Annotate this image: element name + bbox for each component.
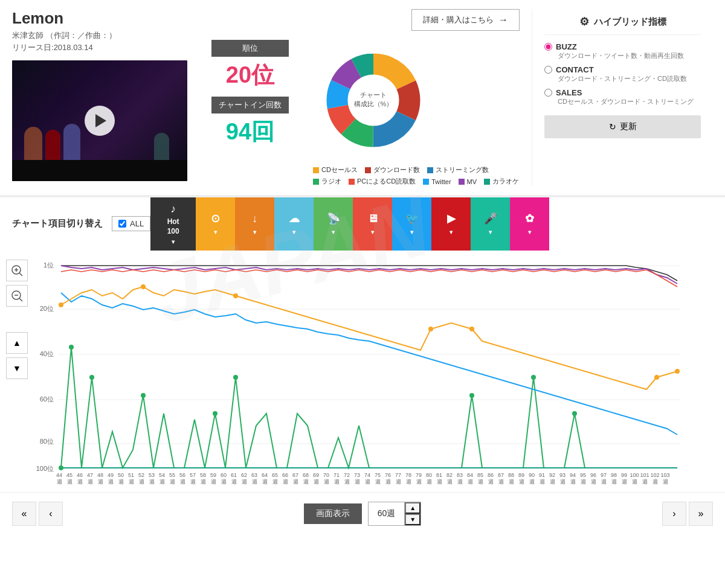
svg-text:67: 67 [292, 472, 298, 478]
scroll-up-button[interactable]: ▲ [6, 332, 28, 354]
orange-dot [141, 284, 146, 289]
next-page-button[interactable]: › [662, 502, 686, 526]
y-label-80: 80位 [40, 438, 54, 445]
tab-twitter[interactable]: 🐦 ▾ [392, 197, 431, 251]
prev-page-button[interactable]: ‹ [39, 502, 63, 526]
first-page-button[interactable]: « [12, 502, 36, 526]
tab-cd[interactable]: ⊙ ▾ [196, 197, 235, 251]
svg-text:週: 週 [129, 479, 134, 485]
svg-text:週: 週 [242, 479, 247, 485]
tab-buzz[interactable]: ✿ ▾ [510, 197, 549, 251]
last-page-button[interactable]: » [689, 502, 713, 526]
tab-youtube[interactable]: ▶ ▾ [431, 197, 471, 251]
svg-text:95: 95 [580, 472, 586, 478]
gear-icon: ⚙ [579, 15, 589, 28]
svg-text:週: 週 [190, 479, 196, 485]
green-line [61, 347, 677, 468]
chart-tabs-section: チャート項目切り替え ALL ♪ Hot100 ▾ ⊙ ▾ [0, 196, 725, 251]
svg-text:週: 週 [180, 479, 185, 485]
svg-text:週: 週 [201, 479, 206, 485]
svg-text:101: 101 [640, 472, 649, 478]
y-label-1: 1位 [44, 261, 54, 269]
svg-text:84: 84 [467, 472, 473, 478]
svg-text:53: 53 [149, 472, 155, 478]
contact-label: CONTACT [556, 65, 594, 74]
weeks-down-button[interactable]: ▼ [405, 514, 420, 525]
detail-btn-label: 詳細・購入はこちら [423, 14, 494, 25]
svg-text:週: 週 [303, 479, 309, 485]
legend-dl: ダウンロード数 [373, 165, 420, 174]
orange-dot [675, 369, 680, 374]
play-button[interactable] [85, 106, 115, 136]
tab-karaoke[interactable]: 🎤 ▾ [471, 197, 510, 251]
scroll-down-button[interactable]: ▼ [6, 357, 28, 379]
display-button[interactable]: 画面表示 [304, 503, 362, 524]
svg-text:週: 週 [642, 479, 648, 485]
weeks-up-button[interactable]: ▲ [405, 502, 420, 514]
song-title: Lemon [12, 9, 187, 28]
svg-text:102: 102 [650, 472, 659, 478]
all-checkbox[interactable]: ALL [112, 216, 150, 231]
detail-purchase-button[interactable]: 詳細・購入はこちら → [411, 9, 520, 31]
all-label: ALL [130, 219, 144, 228]
svg-text:81: 81 [436, 472, 442, 478]
svg-text:88: 88 [508, 472, 514, 478]
sales-desc: CDセールス・ダウンロード・ストリーミング [558, 97, 701, 106]
tab-hot100[interactable]: ♪ Hot100 ▾ [150, 197, 196, 251]
svg-text:週: 週 [560, 479, 566, 485]
legend-mv: MV [467, 178, 477, 185]
artist-info: 米津玄師 （作詞：／作曲：） [12, 30, 187, 41]
contact-radio[interactable] [544, 66, 552, 74]
svg-text:週: 週 [283, 479, 288, 485]
svg-text:週: 週 [57, 479, 62, 485]
chart-toggle-label: チャート項目切り替え [12, 209, 103, 238]
svg-text:週: 週 [550, 479, 555, 485]
svg-text:47: 47 [87, 472, 93, 478]
zoom-out-button[interactable] [6, 285, 28, 307]
svg-text:週: 週 [632, 479, 637, 485]
svg-text:週: 週 [396, 479, 401, 485]
svg-text:週: 週 [509, 479, 514, 485]
svg-text:週: 週 [529, 479, 535, 485]
buzz-radio-row[interactable]: BUZZ ダウンロード・ツイート数・動画再生回数 [544, 42, 701, 60]
svg-text:76: 76 [385, 472, 391, 478]
bottom-controls: « ‹ 画面表示 60週 ▲ ▼ › » [0, 492, 725, 535]
donut-label-line1: チャート [360, 91, 387, 98]
tab-monitor[interactable]: 🖥 ▾ [353, 197, 392, 251]
video-thumbnail[interactable] [12, 60, 187, 181]
buzz-radio[interactable] [544, 43, 552, 51]
svg-text:77: 77 [395, 472, 401, 478]
svg-text:週: 週 [344, 479, 350, 485]
tab-download[interactable]: ↓ ▾ [235, 197, 274, 251]
contact-radio-row[interactable]: CONTACT ダウンロード・ストリーミング・CD読取数 [544, 65, 701, 83]
svg-text:51: 51 [128, 472, 134, 478]
zoom-in-button[interactable] [6, 260, 28, 281]
orange-dot [654, 375, 659, 380]
weeks-selector[interactable]: 60週 ▲ ▼ [368, 502, 421, 526]
svg-text:58: 58 [200, 472, 206, 478]
svg-text:52: 52 [138, 472, 144, 478]
sales-radio[interactable] [544, 89, 552, 97]
all-checkbox-input[interactable] [118, 220, 126, 228]
x-axis-week: 週 週 週 週 週 週 週 週 週 週 週 週 週 週 週 週 週 [57, 479, 668, 485]
airplay-arrow: ▾ [332, 228, 335, 236]
purple-line [61, 266, 677, 284]
svg-text:55: 55 [169, 472, 175, 478]
contact-desc: ダウンロード・ストリーミング・CD読取数 [558, 74, 701, 83]
svg-text:週: 週 [139, 479, 144, 485]
twitter-icon: 🐦 [405, 212, 419, 226]
legend-radio: ラジオ [321, 177, 341, 186]
update-button[interactable]: ↻ 更新 [544, 115, 701, 138]
tab-airplay[interactable]: 📡 ▾ [314, 197, 353, 251]
svg-text:週: 週 [622, 479, 627, 485]
update-btn-label: 更新 [620, 121, 637, 132]
tabs-row: ♪ Hot100 ▾ ⊙ ▾ ↓ ▾ ☁ ▾ [150, 197, 549, 251]
svg-text:週: 週 [77, 479, 83, 485]
svg-text:45: 45 [66, 472, 72, 478]
svg-text:94: 94 [570, 472, 576, 478]
sales-radio-row[interactable]: SALES CDセールス・ダウンロード・ストリーミング [544, 88, 701, 106]
rank-value: 20位 [211, 60, 289, 91]
tab-streaming[interactable]: ☁ ▾ [274, 197, 314, 251]
green-dot [531, 375, 536, 380]
svg-text:週: 週 [314, 479, 319, 485]
